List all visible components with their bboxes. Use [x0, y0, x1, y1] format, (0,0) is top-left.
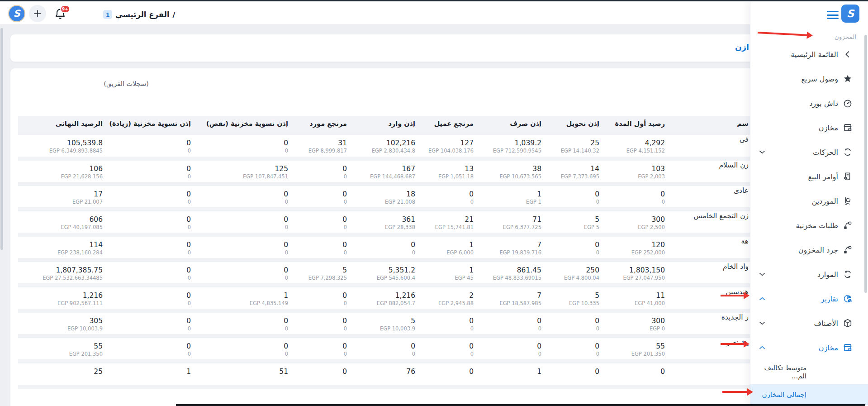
cell-quantity: 1,216	[349, 291, 415, 300]
table-cell-final_balance: 106EGP 21,628.156	[18, 158, 104, 184]
cell-quantity: 0	[543, 240, 599, 249]
sidebar-logo-icon[interactable]: S	[841, 5, 859, 23]
trolley-icon	[843, 196, 853, 206]
cell-amount: 0	[487, 325, 541, 332]
cell-amount: EGP 1	[487, 199, 541, 205]
table-cell-receive_note: 167EGP 144,468.687	[348, 158, 416, 184]
cell-quantity: 25	[543, 139, 599, 148]
cell-amount: 0	[609, 199, 665, 205]
sidebar-item-9[interactable]: جرد المخزون	[750, 238, 868, 262]
cell-amount: 0	[193, 351, 288, 358]
cell-quantity: 25	[19, 367, 103, 376]
table-cell-supplier_return: 00	[289, 209, 348, 234]
sidebar-item-13[interactable]: مخازن	[750, 335, 868, 360]
sidebar-item-label: أوامر البيع	[808, 172, 838, 181]
topbar: S +9 / الفرع الرئيسي 1	[0, 1, 868, 25]
sidebar-item-7[interactable]: الموردين	[750, 189, 868, 213]
records-scope-label: (سجلات الفريق)	[104, 80, 149, 87]
breadcrumb-slash: /	[173, 10, 175, 19]
cell-amount: EGP 107,847.451	[193, 173, 288, 180]
table-cell-receive_note: 00	[348, 336, 416, 361]
sidebar-item-12[interactable]: الأصناف	[750, 311, 868, 335]
cell-quantity: 361	[349, 215, 415, 224]
cell-amount: 0	[193, 199, 288, 205]
table-cell-final_balance: 105,539.8EGP 6,349,893.8845	[18, 133, 104, 158]
cell-quantity: 0	[290, 367, 347, 376]
cell-quantity: 0	[104, 139, 191, 148]
cell-amount: EGP 5	[543, 224, 599, 231]
breadcrumb[interactable]: / الفرع الرئيسي 1	[103, 3, 175, 26]
cell-amount: 0	[104, 275, 191, 282]
cell-amount: EGP 7,373.695	[543, 173, 599, 180]
cell-amount: EGP 4,151,152	[609, 148, 665, 154]
cell-quantity: 0	[290, 291, 347, 300]
cell-amount: 0	[417, 325, 474, 332]
table-row: واد الخام1,803,150EGP 27,047,950250EGP 4…	[18, 260, 832, 285]
cell-quantity: 305	[19, 316, 103, 325]
sidebar-item-6[interactable]: أوامر البيع	[750, 164, 868, 189]
cell-quantity: 55	[19, 342, 103, 351]
sidebar-item-5[interactable]: الحركات	[750, 140, 868, 164]
cell-amount: 0	[104, 148, 191, 154]
sidebar-item-15[interactable]: إجمالى المخازن	[750, 384, 868, 405]
cell-amount: EGP 2,500	[609, 224, 665, 231]
sidebar-item-4[interactable]: مخازن	[750, 115, 868, 140]
table-cell-supplier_return: 00	[289, 285, 348, 310]
sidebar-item-1[interactable]: القائمة الرئيسية	[750, 42, 868, 67]
sidebar-scrollbar[interactable]	[864, 35, 867, 293]
sidebar-item-8[interactable]: طلبات مخزنية	[750, 213, 868, 238]
table-cell-adjustment_minus: 00	[192, 336, 289, 361]
cell-quantity: 1	[193, 291, 288, 300]
cell-amount: 0	[487, 351, 541, 358]
table-cell-adjustment_plus: 00	[104, 285, 192, 310]
sidebar-item-3[interactable]: داش بورد	[750, 91, 868, 115]
table-row: عادى00001EGP 10018EGP 21,00800000017EGP …	[18, 184, 832, 209]
cell-quantity: 31	[290, 139, 347, 148]
breadcrumb-count-chip: 1	[103, 10, 112, 19]
table-cell-adjustment_minus: 00	[192, 133, 289, 158]
cell-quantity: 0	[290, 240, 347, 249]
cell-quantity: 0	[290, 316, 347, 325]
sidebar-item-11[interactable]: تقارير	[750, 287, 868, 311]
cell-quantity: 0	[104, 316, 191, 325]
hamburger-menu-icon[interactable]	[827, 11, 839, 19]
notifications-button[interactable]: +9	[52, 7, 66, 22]
table-cell-transfer_note: 00	[543, 234, 608, 260]
add-button[interactable]	[29, 5, 46, 22]
table-cell-opening_balance: 0	[608, 361, 678, 387]
table-cell-adjustment_minus: 00	[192, 310, 289, 336]
breadcrumb-branch[interactable]: الفرع الرئيسي	[115, 10, 170, 19]
cell-quantity: 0	[193, 342, 288, 351]
cell-amount: 0	[543, 351, 599, 358]
sidebar-item-label: وصول سريع	[802, 75, 839, 83]
cell-quantity: 106	[19, 164, 103, 173]
pie-chart-icon	[843, 294, 853, 304]
cell-amount: EGP 4,800.04	[543, 275, 599, 282]
table-cell-adjustment_minus: 00	[192, 260, 289, 285]
page-scrollbar[interactable]	[0, 28, 3, 250]
table-cell-customer_return: 1EGP 6,000	[416, 234, 486, 260]
table-cell-transfer_note: 00	[543, 184, 608, 209]
cell-quantity: 5	[349, 316, 415, 325]
app-logo-icon[interactable]: S	[8, 5, 25, 22]
cell-quantity: 0	[417, 190, 474, 199]
cell-quantity: 5	[290, 266, 347, 275]
table-cell-final_balance: 1,216EGP 902,567.111	[18, 285, 104, 310]
table-cell-supplier_return: 5EGP 7,298.325	[289, 260, 348, 285]
table-cell-customer_return: 00	[416, 184, 486, 209]
cell-quantity: 0	[193, 215, 288, 224]
sidebar-item-14[interactable]: متوسط تكاليف الم...	[750, 360, 868, 384]
cell-amount: 0	[290, 249, 347, 256]
table-cell-customer_return: 2EGP 2,945.88	[416, 285, 486, 310]
table-cell-final_balance: 305EGP 10,003.9	[18, 310, 104, 336]
cell-quantity: 4,292	[609, 139, 665, 148]
table-cell-receive_note: 18EGP 21,008	[348, 184, 416, 209]
table-row: ينة نصر55EGP 201,3500000000000000055EGP …	[18, 336, 832, 361]
cell-amount: EGP 238,160.284	[19, 249, 103, 256]
app-root: { "colors": { "accent": "#1878d2", "arro…	[0, 0, 868, 406]
sidebar-item-10[interactable]: الموارد	[750, 262, 868, 287]
sidebar-item-2[interactable]: وصول سريع	[750, 67, 868, 91]
sidebar-item-label: جرد المخزون	[798, 246, 838, 254]
cell-amount: 0	[193, 325, 288, 332]
table-cell-issue_note: 1	[486, 361, 543, 387]
